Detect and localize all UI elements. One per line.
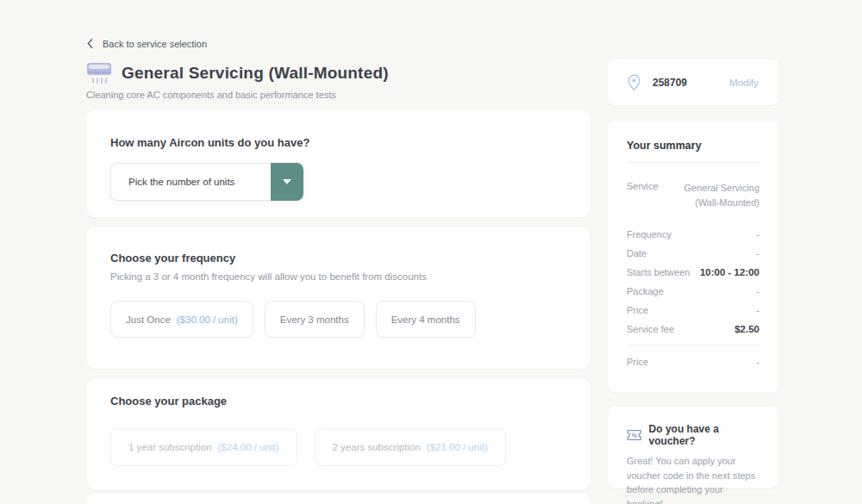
summary-card: Your summary Service General Servicing (… xyxy=(608,121,778,392)
package-option-label: 1 year subscription xyxy=(128,442,212,452)
back-link-label: Back to service selection xyxy=(103,39,207,49)
summary-value: - xyxy=(756,287,759,296)
summary-value: General Servicing (Wall-Mounted) xyxy=(659,181,759,209)
summary-label: Date xyxy=(627,249,646,258)
map-pin-icon xyxy=(628,74,640,91)
summary-label: Price xyxy=(627,306,648,315)
frequency-options: Just Once ($30.00 / unit) Every 3 months… xyxy=(110,301,566,338)
summary-label: Package xyxy=(627,287,664,296)
voucher-title: Do you have a voucher? xyxy=(649,423,759,447)
summary-value: - xyxy=(756,306,759,315)
page-title: General Servicing (Wall-Mounted) xyxy=(122,64,389,83)
frequency-option-price: ($30.00 / unit) xyxy=(177,314,238,325)
chevron-left-icon xyxy=(86,38,94,49)
summary-value: - xyxy=(756,249,759,258)
frequency-option-label: Every 4 months xyxy=(391,314,460,325)
back-to-service-selection-link[interactable]: Back to service selection xyxy=(86,38,207,49)
package-title: Choose your package xyxy=(110,395,566,408)
page-header: General Servicing (Wall-Mounted) xyxy=(86,62,590,84)
summary-row-service: Service General Servicing (Wall-Mounted) xyxy=(627,181,759,209)
location-code: 258709 xyxy=(653,77,687,89)
frequency-option-label: Just Once xyxy=(126,314,171,325)
voucher-card: % Do you have a voucher? Great! You can … xyxy=(608,407,778,488)
package-option-price: ($24.00 / unit) xyxy=(218,442,279,452)
summary-row-service-fee: Service fee $2.50 xyxy=(627,325,759,334)
units-dropdown[interactable]: Pick the number of units xyxy=(110,163,303,201)
location-card: 258709 Modify xyxy=(608,59,778,105)
summary-value: - xyxy=(756,357,759,367)
frequency-option-just-once[interactable]: Just Once ($30.00 / unit) xyxy=(110,301,253,338)
summary-value: $2.50 xyxy=(734,325,759,334)
page-subtitle: Cleaning core AC components and basic pe… xyxy=(86,90,590,100)
summary-label: Starts between xyxy=(627,268,690,277)
voucher-body: Great! You can apply your voucher code i… xyxy=(627,454,759,504)
frequency-card: Choose your frequency Picking a 3 or 4 m… xyxy=(86,227,590,369)
summary-row-total-price: Price - xyxy=(627,357,759,367)
frequency-subtitle: Picking a 3 or 4 month frequency will al… xyxy=(110,271,566,282)
summary-total-divider xyxy=(627,345,759,345)
main-content: Back to service selection General Servic… xyxy=(86,0,590,504)
package-option-price: ($21.00 / unit) xyxy=(427,442,488,452)
package-option-1-year[interactable]: 1 year subscription ($24.00 / unit) xyxy=(110,428,297,466)
summary-label: Price xyxy=(627,357,648,367)
frequency-option-label: Every 3 months xyxy=(280,314,349,325)
summary-row-date: Date - xyxy=(627,249,759,258)
frequency-title: Choose your frequency xyxy=(110,252,566,264)
units-question: How many Aircon units do you have? xyxy=(110,136,566,149)
frequency-option-every-4-months[interactable]: Every 4 months xyxy=(376,301,476,338)
ticket-percent-icon: % xyxy=(627,429,642,441)
summary-row-price: Price - xyxy=(627,306,759,315)
frequency-option-every-3-months[interactable]: Every 3 months xyxy=(265,301,365,338)
units-dropdown-button[interactable] xyxy=(271,163,303,201)
summary-value: 10:00 - 12:00 xyxy=(700,268,759,277)
caret-down-icon xyxy=(283,179,291,184)
summary-label: Service fee xyxy=(627,325,674,334)
aircon-icon xyxy=(86,62,112,84)
package-option-label: 2 years subscription xyxy=(333,442,421,452)
sidebar: 258709 Modify Your summary Service Gener… xyxy=(608,0,778,488)
package-card: Choose your package 1 year subscription … xyxy=(86,379,590,489)
voucher-header: % Do you have a voucher? xyxy=(627,423,759,447)
next-section-card xyxy=(86,494,590,504)
package-options: 1 year subscription ($24.00 / unit) 2 ye… xyxy=(110,428,566,466)
summary-value: - xyxy=(756,230,759,240)
summary-row-frequency: Frequency - xyxy=(627,230,759,240)
summary-label: Frequency xyxy=(627,230,671,240)
summary-label: Service xyxy=(627,181,659,191)
summary-divider xyxy=(627,162,759,163)
modify-location-link[interactable]: Modify xyxy=(729,78,759,88)
svg-text:%: % xyxy=(631,432,637,439)
summary-rows: Frequency - Date - Starts between 10:00 … xyxy=(627,230,759,334)
units-card: How many Aircon units do you have? Pick … xyxy=(86,110,590,217)
summary-row-starts-between: Starts between 10:00 - 12:00 xyxy=(627,268,759,277)
summary-title: Your summary xyxy=(627,140,759,152)
package-option-2-years[interactable]: 2 years subscription ($21.00 / unit) xyxy=(315,428,506,466)
summary-row-package: Package - xyxy=(627,287,759,296)
